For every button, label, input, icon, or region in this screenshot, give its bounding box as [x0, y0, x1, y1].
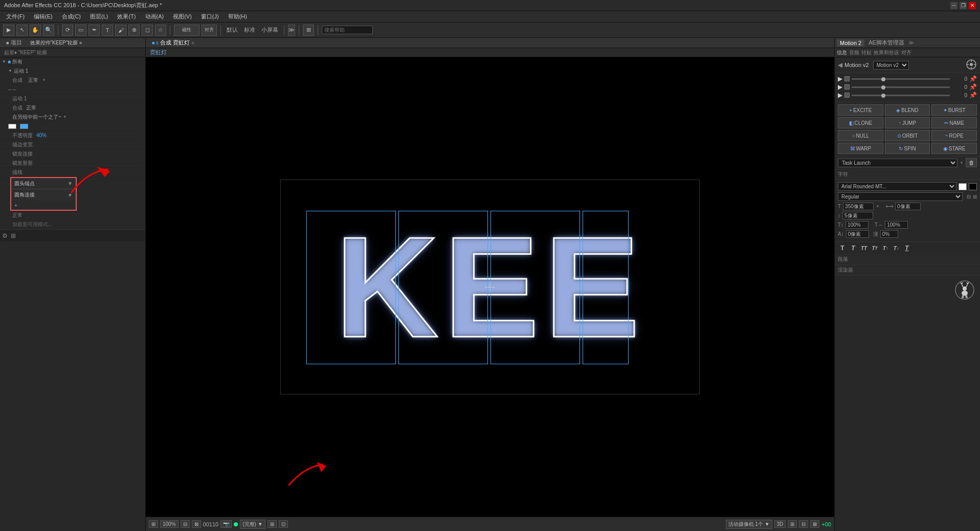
puppet-tool[interactable]: ☆ [155, 25, 166, 36]
canvas-guide-btn[interactable]: ⊟ [799, 520, 808, 528]
canvas-zoom-display[interactable]: 100% [160, 520, 179, 528]
stare-button[interactable]: ◉ STARE [931, 143, 977, 154]
orbit-button[interactable]: ⊙ ORBIT [885, 130, 930, 141]
name-button[interactable]: ✏ NAME [931, 117, 977, 128]
jump-button[interactable]: ↑ JUMP [885, 117, 930, 128]
menu-edit[interactable]: 编辑(E) [30, 12, 57, 21]
slider-track-2[interactable] [852, 86, 950, 88]
slider-thumb-2[interactable] [881, 85, 885, 90]
help-search[interactable] [322, 26, 373, 34]
rotate-tool[interactable]: ⟳ [62, 25, 73, 36]
slider-color-2[interactable] [844, 84, 850, 90]
comp-tab-main[interactable]: ■ 6 合成 霓虹灯 ≡ [149, 38, 197, 47]
slider-track-1[interactable] [852, 78, 950, 80]
canvas-crop-btn[interactable]: ⊞ [149, 520, 158, 528]
menu-view[interactable]: 视图(V) [169, 12, 196, 21]
color-swatch-white[interactable] [8, 124, 16, 129]
tab-effect-controls[interactable]: 效果控件"KEEP"轮廓 ≡ [27, 39, 85, 47]
font-size-input[interactable] [843, 203, 874, 210]
zoom-tool[interactable]: 🔍 [43, 25, 54, 36]
rect-tool[interactable]: ▭ [75, 25, 86, 36]
info-tab[interactable]: 信息 [837, 49, 847, 56]
excite-button[interactable]: + EXCITE [838, 104, 883, 116]
align-tab[interactable]: 对齐 [901, 49, 911, 56]
cursor-tool[interactable]: ↖ [16, 25, 28, 36]
spin-button[interactable]: ↻ SPIN [885, 143, 930, 154]
null-button[interactable]: ○ NULL [838, 130, 883, 141]
text-tool[interactable]: T [102, 25, 113, 36]
expand-tabs-btn[interactable]: ≫ [908, 40, 914, 46]
transfer-tab[interactable]: 转贴 [861, 49, 872, 56]
menu-window[interactable]: 窗口(J) [197, 12, 223, 21]
effect-expand[interactable]: ▼ [8, 69, 12, 73]
canvas-snap-btn[interactable]: ⊠ [810, 520, 819, 528]
prop-dropdown-arrow[interactable]: ▼ [42, 78, 46, 82]
slider-pin-2[interactable]: 📌 [969, 83, 977, 91]
task-delete-button[interactable]: 🗑 [966, 158, 977, 167]
canvas-grid-btn[interactable]: ⊞ [268, 520, 277, 528]
canvas-ruler-btn[interactable]: ⊞ [788, 520, 797, 528]
menu-help[interactable]: 帮助(H) [224, 12, 251, 21]
tab-project[interactable]: ■ 项目 [3, 38, 25, 47]
blend-button[interactable]: ◈ BLEND [885, 104, 930, 116]
t-italic-btn[interactable]: T [849, 244, 858, 253]
menu-comp[interactable]: 合成(C) [58, 12, 85, 21]
t-smallcaps-btn[interactable]: TT [870, 244, 879, 253]
slider-pin-1[interactable]: 📌 [969, 75, 977, 82]
baseline-input[interactable] [846, 230, 869, 238]
t-sub-btn[interactable]: T↓ [892, 244, 901, 253]
audio-tab[interactable]: 音频 [849, 49, 859, 56]
close-button[interactable]: ✕ [969, 2, 976, 9]
canvas-fit-btn[interactable]: ⊟ [181, 520, 190, 528]
stamp-tool[interactable]: ⊕ [128, 25, 140, 36]
play-button[interactable]: ▶ [3, 25, 14, 36]
slider-color-1[interactable] [844, 76, 850, 81]
t-regular-btn[interactable]: T [838, 244, 847, 253]
slider-color-3[interactable] [844, 93, 850, 98]
font-family-select[interactable]: Arial Rounded MT... [838, 182, 956, 191]
slider-track-3[interactable] [852, 95, 950, 96]
eraser-tool[interactable]: ◻ [142, 25, 153, 36]
leading-input[interactable] [842, 212, 873, 219]
bottom-settings[interactable]: ⚙ [2, 232, 8, 239]
canvas-safe-btn[interactable]: ⊠ [192, 520, 201, 528]
3d-toggle[interactable]: 对齐 [202, 25, 217, 36]
font-color-btn[interactable] [959, 183, 967, 190]
menu-layer[interactable]: 图层(L) [86, 12, 112, 21]
restore-button[interactable]: ❐ [960, 2, 967, 9]
menu-file[interactable]: 文件(F) [2, 12, 29, 21]
effects-tab[interactable]: 效果和拾设 [874, 49, 899, 56]
vert-scale-input[interactable] [845, 221, 868, 229]
add-property-button[interactable]: + [11, 201, 76, 210]
layer-expand[interactable]: ▼ [2, 59, 6, 64]
motion-version-select[interactable]: Motion v2 [873, 61, 909, 70]
quality-selector[interactable]: (完整) ▼ [240, 520, 265, 529]
font-style-select[interactable]: Regular [838, 192, 963, 201]
blend-arrow[interactable]: ▼ [63, 115, 67, 119]
camera-selector[interactable]: 活动摄像机 1个 ▼ [726, 520, 772, 529]
canvas-area[interactable]: KEE [146, 57, 834, 517]
toggle-panels[interactable]: ⊞ [303, 25, 314, 36]
canvas-channel-btn[interactable]: ⊡ [279, 520, 288, 528]
minimize-button[interactable]: ─ [950, 2, 957, 9]
hand-tool[interactable]: ✋ [30, 25, 41, 36]
t-super-btn[interactable]: T↑ [881, 244, 890, 253]
tracking-input[interactable] [895, 203, 921, 210]
canvas-3d-btn[interactable]: 3D [774, 520, 786, 528]
menu-anim[interactable]: 动画(A) [141, 12, 168, 21]
color-swatch-blue[interactable] [20, 124, 28, 129]
layer-row-main[interactable]: ▼ ■ 所有 [0, 57, 145, 67]
slider-pin-3[interactable]: 📌 [969, 92, 977, 99]
brush-tool[interactable]: 🖌 [115, 25, 126, 36]
tab-motion2[interactable]: Motion 2 [837, 39, 864, 47]
clone-button[interactable]: ◧ CLONE [838, 117, 883, 128]
font-bg-color-btn[interactable] [969, 183, 977, 190]
warp-button[interactable]: ⌘ WARP [838, 143, 883, 154]
horiz-scale-input[interactable] [885, 221, 908, 229]
rope-button[interactable]: ~ ROPE [931, 130, 977, 141]
layer-row-effect[interactable]: ▼ 运动 1 [0, 67, 145, 76]
tab-ae-scripts[interactable]: AE脚本管理器 [865, 38, 907, 47]
slider-expand-2[interactable]: ▶ [838, 83, 842, 91]
task-launch-select[interactable]: Task Launch [838, 159, 957, 167]
t-allcaps-btn[interactable]: TT [859, 244, 868, 253]
